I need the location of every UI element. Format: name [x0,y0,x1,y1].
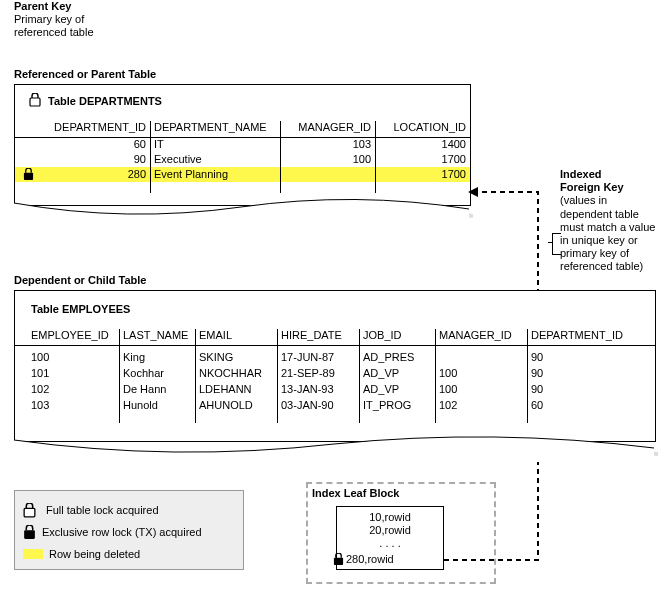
idx-row-locked: 280,rowid [343,553,437,566]
emp-id: 101 [27,365,119,381]
emp-job: AD_PRES [359,349,435,365]
emp-ln: Kochhar [119,365,195,381]
dep-name: Executive [150,152,280,167]
departments-table: Table DEPARTMENTS DEPARTMENT_ID DEPARTME… [14,84,471,206]
idx-row: 20,rowid [343,524,437,537]
dep-col-mgr: MANAGER_ID [280,121,375,135]
dep-mgr [280,167,375,182]
dep-name: Event Planning [150,167,280,182]
emp-col-hd: HIRE_DATE [277,329,359,343]
child-section-header: Dependent or Child Table [14,274,146,286]
fk-arrow-icon [468,187,478,197]
emp-hd: 13-JAN-93 [277,381,359,397]
index-leaf-entries: 10,rowid 20,rowid . . . . 280,rowid [336,506,444,570]
svg-rect-1 [24,173,33,180]
departments-title: Table DEPARTMENTS [29,93,162,107]
emp-col-dep: DEPARTMENT_ID [527,329,643,343]
legend: Full table lock acquired Exclusive row l… [14,490,244,570]
table-row: 60 IT 103 1400 [15,137,470,152]
table-row: 90 Executive 100 1700 [15,152,470,167]
parent-key-label: Parent Key Primary key of referenced tab… [14,0,94,40]
dep-col-loc: LOCATION_ID [375,121,470,135]
emp-mgr: 100 [435,365,527,381]
fk-line3: (values in dependent table must match a … [560,194,655,272]
row-deleted-swatch-icon [23,549,43,559]
emp-mgr: 102 [435,397,527,413]
dep-loc: 1700 [375,167,470,182]
svg-rect-3 [24,530,35,539]
emp-job: IT_PROG [359,397,435,413]
table-row: 100 King SKING 17-JUN-87 AD_PRES 90 [15,349,655,365]
emp-id: 100 [27,349,119,365]
emp-col-mgr: MANAGER_ID [435,329,527,343]
dep-loc: 1700 [375,152,470,167]
departments-columns: DEPARTMENT_ID DEPARTMENT_NAME MANAGER_ID… [15,121,470,138]
emp-id: 103 [27,397,119,413]
exclusive-row-lock-icon [333,553,344,566]
svg-rect-2 [24,508,35,517]
table-row-deleting: 280 Event Planning 1700 [15,167,470,182]
employees-title: Table EMPLOYEES [31,303,130,315]
emp-dep: 90 [527,381,643,397]
table-row: 102 De Hann LDEHANN 13-JAN-93 AD_VP 100 … [15,381,655,397]
dep-mgr: 100 [280,152,375,167]
dep-id: 90 [25,152,150,167]
legend-excl: Exclusive row lock (TX) acquired [23,521,235,543]
svg-rect-0 [30,98,40,106]
emp-hd: 21-SEP-89 [277,365,359,381]
emp-col-id: EMPLOYEE_ID [27,329,119,343]
dep-id: 280 [128,168,146,180]
parent-key-sub1: Primary key of [14,13,84,25]
fk-line2: Foreign Key [560,181,660,194]
employees-table: Table EMPLOYEES EMPLOYEE_ID LAST_NAME EM… [14,290,656,442]
emp-col-job: JOB_ID [359,329,435,343]
parent-section-header: Referenced or Parent Table [14,68,156,80]
emp-job: AD_VP [359,365,435,381]
emp-hd: 03-JAN-90 [277,397,359,413]
index-leaf-title: Index Leaf Block [312,487,399,499]
emp-ln: King [119,349,195,365]
emp-col-em: EMAIL [195,329,277,343]
emp-hd: 17-JUN-87 [277,349,359,365]
employees-columns: EMPLOYEE_ID LAST_NAME EMAIL HIRE_DATE JO… [15,329,655,346]
legend-del-label: Row being deleted [49,548,140,560]
emp-dep: 90 [527,349,643,365]
emp-dep: 60 [527,397,643,413]
full-table-lock-icon [29,93,41,107]
fk-line1: Indexed [560,168,660,181]
dep-loc: 1400 [375,137,470,152]
exclusive-row-lock-icon [23,168,34,181]
legend-del: Row being deleted [23,543,235,565]
emp-job: AD_VP [359,381,435,397]
dep-col-name: DEPARTMENT_NAME [150,121,280,135]
table-row: 101 Kochhar NKOCHHAR 21-SEP-89 AD_VP 100… [15,365,655,381]
emp-col-ln: LAST_NAME [119,329,195,343]
emp-em: AHUNOLD [195,397,277,413]
emp-id: 102 [27,381,119,397]
emp-em: LDEHANN [195,381,277,397]
dep-id: 60 [25,137,150,152]
svg-rect-4 [334,557,343,564]
indexed-fk-label: Indexed Foreign Key (values in dependent… [560,168,660,274]
dep-col-id: DEPARTMENT_ID [25,121,150,135]
idx-row-text: 280,rowid [346,553,394,566]
legend-full: Full table lock acquired [23,499,235,521]
emp-ln: De Hann [119,381,195,397]
dep-name: IT [150,137,280,152]
dep-id-cell: 280 [25,167,150,182]
parent-key-sub2: referenced table [14,26,94,38]
idx-dots: . . . . [343,537,437,550]
departments-title-text: Table DEPARTMENTS [48,95,162,107]
idx-row: 10,rowid [343,511,437,524]
emp-em: NKOCHHAR [195,365,277,381]
exclusive-row-lock-icon [23,525,36,540]
table-row: 103 Hunold AHUNOLD 03-JAN-90 IT_PROG 102… [15,397,655,413]
dep-mgr: 103 [280,137,375,152]
parent-key-title: Parent Key [14,0,71,12]
full-table-lock-icon [23,503,36,518]
fk-bracket-icon [552,233,561,255]
fk-tick-icon [548,242,552,243]
emp-mgr: 100 [435,381,527,397]
emp-ln: Hunold [119,397,195,413]
emp-em: SKING [195,349,277,365]
